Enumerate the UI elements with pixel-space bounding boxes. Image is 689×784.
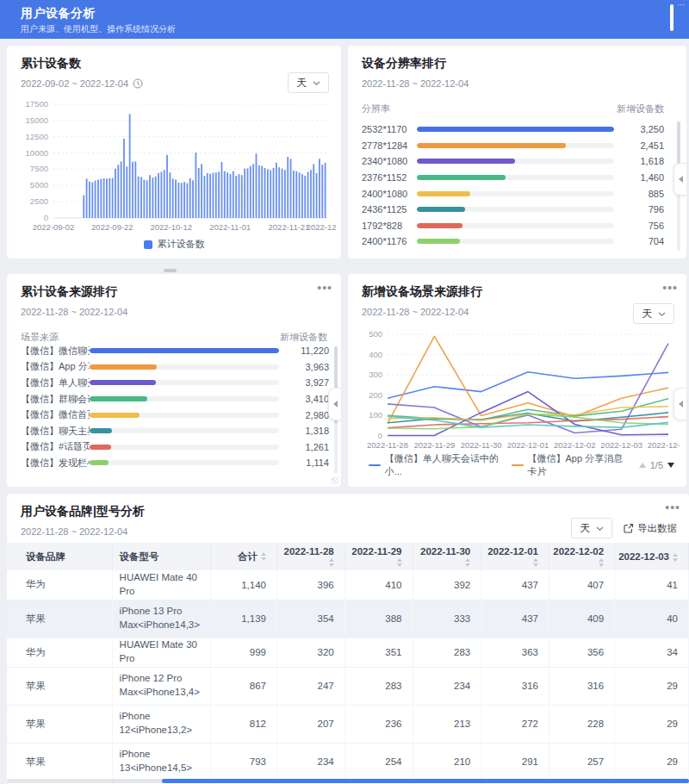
rank-bar <box>417 191 470 196</box>
cell-model: iPhone 13 Pro Max<iPhone14,3> <box>112 600 210 638</box>
collapse-left-arrow[interactable] <box>328 388 341 420</box>
rank-label: 【微信】群聊会话中的... <box>21 393 90 406</box>
cell-model: HUAWEI Mate 30 Pro <box>112 638 210 667</box>
cell-model: iPhone 13<iPhone14,5> <box>112 743 210 781</box>
column-header[interactable]: 2022-12-01 <box>481 543 549 570</box>
cell-value: 234 <box>413 667 481 705</box>
panel-title: 新增设备场景来源排行 <box>362 284 482 300</box>
rank-row[interactable]: 1792*828756 <box>362 218 664 234</box>
more-menu-icon[interactable]: ••• <box>317 281 332 295</box>
table-row[interactable]: 华为HUAWEI Mate 30 Pro99932035128336335634 <box>7 638 689 667</box>
cell-value: 247 <box>276 667 344 705</box>
rank-row[interactable]: 【微信】微信聊天主界...11,220 <box>21 343 329 359</box>
rank-row[interactable]: 2778*12842,451 <box>362 138 664 154</box>
rank-row[interactable]: 【微信】微信首页顶部...2,980 <box>21 407 329 423</box>
rank-row[interactable]: 2376*11521,460 <box>362 170 664 186</box>
column-header[interactable]: 2022-12-03 <box>615 543 689 570</box>
rank-value-label: 新增设备数 <box>617 103 664 115</box>
cell-model: iPhone 12<iPhone13,2> <box>112 705 210 743</box>
rank-bar <box>90 348 279 353</box>
rank-row[interactable]: 【微信】群聊会话中的...3,410 <box>21 391 329 408</box>
rank-bar-track <box>417 207 614 212</box>
sort-icon[interactable] <box>599 558 604 567</box>
rank-value: 2,451 <box>624 140 664 151</box>
rank-row[interactable]: 2532*11703,250 <box>362 121 664 138</box>
sort-icon[interactable] <box>397 558 402 567</box>
rank-row[interactable]: 【微信】#话题页打开小...1,261 <box>21 439 329 456</box>
rank-row[interactable]: 【微信】单人聊天会话...3,927 <box>21 375 329 391</box>
rank-label: 【微信】微信聊天主界... <box>21 345 90 358</box>
table-row[interactable]: 苹果iPhone 13<iPhone14,5>79323425421029125… <box>7 743 689 781</box>
granularity-select[interactable]: 天 <box>571 518 612 538</box>
rank-rows: 【微信】微信聊天主界...11,220【微信】App 分享消息...3,963【… <box>21 343 329 471</box>
resize-handle[interactable] <box>332 477 338 484</box>
column-header-label: 2022-11-29 <box>351 546 401 557</box>
rank-row[interactable]: 【微信】聊天主界面下...1,318 <box>21 423 329 439</box>
column-header-label: 合计 <box>238 551 258 562</box>
rank-label: 2436*1125 <box>362 204 417 215</box>
svg-text:300: 300 <box>369 370 382 379</box>
granularity-select[interactable]: 天 <box>288 72 329 93</box>
sort-icon[interactable] <box>329 558 334 567</box>
table-row[interactable]: 苹果iPhone 13 Pro Max<iPhone14,3>1,1393543… <box>7 600 689 638</box>
table-row[interactable]: 华为HUAWEI Mate 40 Pro1,140396410392437407… <box>7 570 689 600</box>
brand-model-table: 设备品牌设备型号合计2022-11-282022-11-292022-11-30… <box>7 543 689 784</box>
column-header[interactable]: 2022-11-30 <box>413 543 481 570</box>
panel-title: 用户设备品牌|型号分析 <box>21 504 145 520</box>
cell-value: 29 <box>615 743 689 781</box>
svg-text:2022-11-28: 2022-11-28 <box>367 440 408 450</box>
svg-text:17500: 17500 <box>26 99 48 109</box>
column-header[interactable]: 2022-11-28 <box>276 543 344 570</box>
legend-item[interactable]: 【微信】App 分享消息卡片 <box>512 452 632 478</box>
svg-text:100: 100 <box>369 410 382 420</box>
sort-icon[interactable] <box>533 558 538 567</box>
sort-icon[interactable] <box>465 558 470 567</box>
rank-bar-track <box>417 239 614 244</box>
horizontal-scrollbar-thumb[interactable] <box>162 779 689 783</box>
svg-text:7500: 7500 <box>30 164 48 173</box>
table-row[interactable]: 苹果iPhone 12 Pro Max<iPhone13,4>867247283… <box>7 667 689 705</box>
horizontal-scrollbar[interactable] <box>7 779 689 783</box>
collapse-left-arrow[interactable] <box>673 388 686 420</box>
chevron-down-icon <box>313 81 320 86</box>
column-header[interactable]: 合计 <box>210 543 276 570</box>
cell-value: 41 <box>615 570 689 600</box>
rank-row[interactable]: 【微信】App 分享消息...3,963 <box>21 359 329 376</box>
rank-row[interactable]: 2400*1080885 <box>362 185 664 202</box>
panel-title: 设备分辨率排行 <box>362 56 446 72</box>
drag-handle[interactable] <box>164 269 177 272</box>
granularity-select[interactable]: 天 <box>633 303 674 324</box>
legend-item[interactable]: 【微信】单人聊天会话中的小... <box>369 452 505 478</box>
column-header[interactable]: 2022-11-29 <box>344 543 413 570</box>
export-data-button[interactable]: 导出数据 <box>623 522 677 535</box>
cell-brand: 华为 <box>7 638 112 667</box>
legend-page-down-icon[interactable] <box>667 463 674 468</box>
rank-value-label: 新增设备数 <box>280 331 327 344</box>
cell-value: 207 <box>276 705 344 743</box>
rank-row[interactable]: 2400*1176704 <box>362 233 664 250</box>
legend-marker <box>144 240 152 249</box>
rank-bar <box>90 445 111 450</box>
collapse-left-arrow[interactable] <box>673 163 686 196</box>
table-header-row: 设备品牌设备型号合计2022-11-282022-11-292022-11-30… <box>7 543 689 570</box>
svg-text:15000: 15000 <box>26 115 48 125</box>
scene-line-chart[interactable]: 01002003004005002022-11-282022-11-292022… <box>353 327 680 458</box>
rank-row[interactable]: 2340*10801,618 <box>362 153 664 170</box>
cumulative-bar-chart[interactable]: 0250050007500100001250015000175002022-09… <box>12 99 336 242</box>
panel-cumulative-devices: 累计设备数 2022-09-02 ~ 2022-12-04 天 02500500… <box>7 46 341 258</box>
cell-value: 793 <box>210 743 276 781</box>
sort-icon[interactable] <box>673 553 678 562</box>
legend-page-up-icon[interactable] <box>639 463 646 468</box>
more-menu-icon[interactable]: ••• <box>662 281 678 295</box>
rank-row[interactable]: 2436*1125796 <box>362 202 664 218</box>
sort-icon[interactable] <box>261 552 266 561</box>
header-scrollbar-thumb[interactable] <box>670 4 673 31</box>
column-header[interactable]: 2022-12-02 <box>549 543 614 570</box>
table-row[interactable]: 苹果iPhone 12<iPhone13,2>81220723621327222… <box>7 705 689 743</box>
svg-text:2022-09-02: 2022-09-02 <box>33 222 75 232</box>
svg-text:0: 0 <box>44 213 48 222</box>
rank-bar <box>90 428 112 433</box>
chart-legend[interactable]: 累计设备数 <box>7 238 341 251</box>
rank-row[interactable]: 【微信】发现栏小程序...1,114 <box>21 455 329 471</box>
more-menu-icon[interactable]: ••• <box>665 501 680 514</box>
